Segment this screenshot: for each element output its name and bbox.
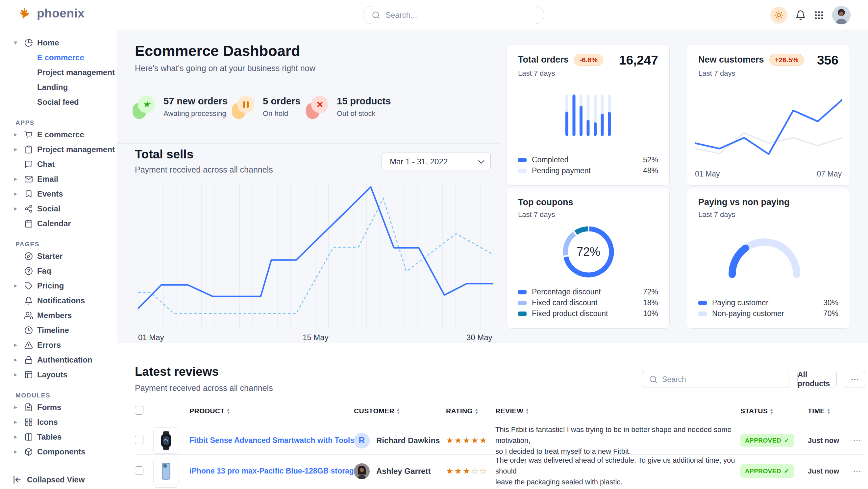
status-badge: APPROVED✓ bbox=[740, 464, 794, 478]
select-all-checkbox[interactable] bbox=[135, 406, 144, 414]
star-icon: ★ bbox=[463, 436, 471, 445]
row-checkbox[interactable] bbox=[135, 436, 144, 444]
customer-name: Ashley Garrett bbox=[376, 467, 431, 476]
compass-icon bbox=[24, 252, 33, 260]
reviews-search[interactable] bbox=[642, 371, 789, 388]
sidebar-item-project-management-dashboard[interactable]: Project management bbox=[0, 65, 117, 80]
grid-dots-icon bbox=[814, 10, 824, 21]
bookmark-icon bbox=[24, 190, 33, 198]
sidebar-item-tables[interactable]: ▸ Tables bbox=[0, 429, 117, 444]
sidebar-item-home[interactable]: ▾ Home bbox=[0, 35, 117, 50]
legend-swatch bbox=[518, 290, 527, 294]
customer-avatar-initial[interactable]: R bbox=[354, 433, 370, 449]
tag-icon bbox=[24, 282, 33, 290]
sidebar-item-landing[interactable]: Landing bbox=[0, 80, 117, 94]
paying-gauge-chart bbox=[722, 233, 807, 282]
global-search[interactable] bbox=[363, 6, 544, 24]
sidebar-item-timeline[interactable]: Timeline bbox=[0, 323, 117, 338]
sidebar-item-ecommerce-dashboard[interactable]: E commerce bbox=[0, 50, 117, 65]
sidebar-item-forms[interactable]: ▸ Forms bbox=[0, 400, 117, 414]
rating-stars: ★★★☆☆ bbox=[446, 466, 495, 476]
total-sells-line-chart bbox=[138, 183, 493, 329]
brand-logo[interactable]: phoenix bbox=[17, 6, 85, 21]
caret-right-icon: ▸ bbox=[14, 190, 20, 197]
reviews-more-button[interactable]: ⋯ bbox=[845, 371, 865, 388]
sidebar-item-apps-project-management[interactable]: ▸ Project management bbox=[0, 142, 117, 157]
card-title: Top coupons bbox=[518, 197, 573, 207]
sidebar-item-notifications[interactable]: Notifications bbox=[0, 293, 117, 308]
sidebar-item-starter[interactable]: Starter bbox=[0, 249, 117, 263]
sidebar-item-label: Home bbox=[37, 38, 59, 48]
caret-right-icon: ▸ bbox=[14, 356, 20, 363]
column-header-rating[interactable]: RATING▴▾ bbox=[446, 407, 495, 415]
new-customers-value: 356 bbox=[817, 53, 838, 67]
on-hold-pause-icon bbox=[232, 96, 254, 118]
collapse-sidebar-button[interactable]: Collapsed View bbox=[0, 470, 117, 489]
column-header-review[interactable]: REVIEW▴▾ bbox=[495, 407, 740, 415]
caret-right-icon: ▸ bbox=[14, 371, 20, 378]
apps-menu-button[interactable] bbox=[814, 10, 824, 21]
sidebar-item-layouts[interactable]: ▸ Layouts bbox=[0, 367, 117, 382]
theme-toggle-button[interactable] bbox=[770, 7, 787, 24]
sidebar-item-chat[interactable]: Chat bbox=[0, 157, 117, 172]
total-orders-card: Total orders -6.8% 16,247 Last 7 days Co… bbox=[506, 44, 670, 186]
review-time: Just now bbox=[808, 436, 849, 445]
sidebar-item-members[interactable]: Members bbox=[0, 308, 117, 323]
card-subtitle: Last 7 days bbox=[698, 69, 736, 78]
product-link[interactable]: iPhone 13 pro max-Pacific Blue-128GB sto… bbox=[189, 467, 358, 475]
legend-value: 72% bbox=[643, 287, 658, 296]
date-range-select[interactable]: Mar 1 - 31, 2022 bbox=[381, 152, 491, 171]
row-checkbox[interactable] bbox=[135, 466, 144, 475]
new-customers-line-chart bbox=[695, 94, 842, 161]
user-avatar[interactable] bbox=[832, 6, 850, 24]
iphone-image bbox=[157, 461, 175, 482]
legend-value: 48% bbox=[643, 166, 658, 175]
caret-down-icon: ▾ bbox=[14, 39, 20, 46]
sidebar-item-pricing[interactable]: ▸ Pricing bbox=[0, 278, 117, 293]
customer-name: Richard Dawkins bbox=[376, 436, 440, 445]
row-actions-button[interactable]: ⋯ bbox=[849, 466, 865, 476]
legend-row: Pending payment 48% bbox=[518, 165, 658, 176]
caret-right-icon: ▸ bbox=[14, 404, 20, 411]
column-header-product[interactable]: PRODUCT▴▾ bbox=[189, 407, 354, 415]
sidebar-item-label: Chat bbox=[37, 160, 55, 169]
global-search-input[interactable] bbox=[385, 10, 524, 20]
total-orders-value: 16,247 bbox=[619, 53, 658, 67]
sidebar-item-social[interactable]: ▸ Social bbox=[0, 201, 117, 216]
product-image-smartwatch[interactable] bbox=[153, 427, 179, 454]
sidebar-item-faq[interactable]: Faq bbox=[0, 263, 117, 278]
latest-reviews-subtitle: Payment received across all channels bbox=[135, 383, 273, 393]
product-image[interactable] bbox=[153, 487, 179, 489]
review-text: This Fitbit is fantastic! I was trying t… bbox=[495, 424, 740, 457]
column-header-time[interactable]: TIME▴▾ bbox=[808, 407, 849, 415]
legend-label: Percentage discount bbox=[532, 287, 601, 296]
sidebar-item-apps-ecommerce[interactable]: ▸ E commerce bbox=[0, 127, 117, 142]
reviews-search-input[interactable] bbox=[662, 375, 774, 384]
page-subtitle: Here's what's going on at your business … bbox=[135, 63, 315, 73]
column-header-customer[interactable]: CUSTOMER▴▾ bbox=[354, 407, 446, 415]
sidebar-item-errors[interactable]: ▸ Errors bbox=[0, 338, 117, 352]
sort-icon: ▴▾ bbox=[475, 408, 477, 414]
brand-name: phoenix bbox=[37, 7, 85, 21]
sidebar-item-icons[interactable]: ▸ Icons bbox=[0, 414, 117, 429]
notifications-button[interactable] bbox=[795, 10, 806, 21]
stat-out-of-stock: × 15 products Out of stock bbox=[307, 96, 391, 118]
trend-badge: -6.8% bbox=[574, 54, 603, 66]
sidebar-item-authentication[interactable]: ▸ Authentication bbox=[0, 352, 117, 367]
all-products-button[interactable]: All products bbox=[797, 371, 837, 388]
rating-stars: ★★★★★ bbox=[446, 436, 495, 445]
sidebar-item-components[interactable]: ▸ Components bbox=[0, 444, 117, 459]
column-header-status[interactable]: STATUS▴▾ bbox=[740, 407, 808, 415]
product-image-iphone[interactable] bbox=[153, 458, 179, 484]
sidebar-item-label: Components bbox=[37, 447, 86, 456]
card-subtitle: Last 7 days bbox=[518, 210, 555, 219]
sidebar-item-calendar[interactable]: Calendar bbox=[0, 216, 117, 231]
sidebar-item-events[interactable]: ▸ Events bbox=[0, 186, 117, 201]
legend-row: Percentage discount 72% bbox=[518, 286, 658, 297]
customer-avatar-photo[interactable] bbox=[354, 463, 370, 479]
sidebar-item-social-feed[interactable]: Social feed bbox=[0, 94, 117, 109]
caret-right-icon: ▸ bbox=[14, 342, 20, 348]
row-actions-button[interactable]: ⋯ bbox=[849, 436, 865, 445]
product-link[interactable]: Fitbit Sense Advanced Smartwatch with To… bbox=[189, 436, 370, 444]
sidebar-item-email[interactable]: ▸ Email bbox=[0, 172, 117, 186]
